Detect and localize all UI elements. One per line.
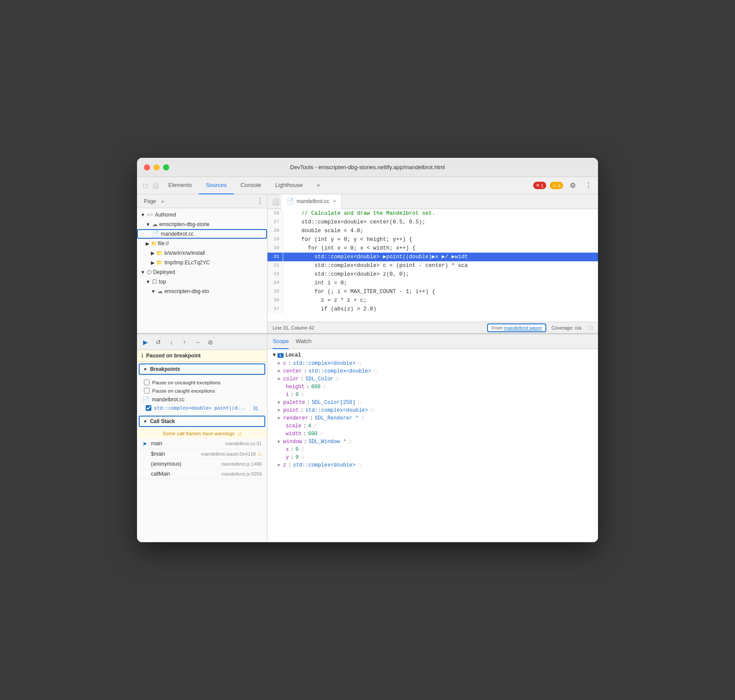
bp-entry-item[interactable]: std::complex<double> point((d... 31 [137, 404, 267, 412]
scope-local-header[interactable]: ▼ L Local [267, 351, 598, 360]
scope-tab-scope[interactable]: Scope [273, 334, 289, 349]
frame-name: main [151, 440, 225, 447]
tree-emscripten[interactable]: ▼ ☁ emscripten-dbg-storie [137, 220, 267, 229]
code-line-31[interactable]: 31 std::complex<double> ▶point((double)▶… [267, 253, 598, 261]
scope-item-palette[interactable]: ▶palette: SDL_Color[256]⬚ [267, 399, 598, 407]
editor-tab-mandelbrot[interactable]: 📄 mandelbrot.cc × [281, 194, 341, 209]
sidebar-toggle-icon[interactable]: ⬜ [269, 196, 281, 208]
breakpoints-section-header[interactable]: ▼ Breakpoints [139, 363, 265, 375]
expand-icon[interactable]: ▶ [278, 368, 281, 373]
breakpoints-list: Pause on uncaught exceptions Pause on ca… [137, 377, 267, 414]
step-over-button[interactable]: ↺ [154, 337, 163, 347]
call-frame-callMain[interactable]: callMainmandelbrot.js:9256 [137, 469, 267, 479]
expand-icon[interactable]: ▶ [278, 407, 281, 413]
code-line-32[interactable]: 32 std::complex<double> c = (point - cen… [267, 261, 598, 270]
tab-more[interactable]: » [310, 177, 327, 194]
code-line-36[interactable]: 36 z = z * z + c; [267, 296, 598, 305]
deployed-label: Deployed [153, 269, 175, 275]
tab-sources[interactable]: Sources [199, 177, 234, 194]
tree-folder2[interactable]: ▶ 📁 tmp/tmp.ELcTq2YC [137, 258, 267, 267]
scope-item-scale[interactable]: scale: 4⬚ [267, 422, 598, 430]
scope-tab-watch[interactable]: Watch [296, 334, 311, 349]
maximize-button[interactable] [163, 164, 169, 170]
tab-close-button[interactable]: × [333, 198, 336, 204]
authored-text: Authored [155, 212, 176, 218]
scope-item-point[interactable]: ▶point: std::complex<double>⬚ [267, 407, 598, 414]
settings-icon[interactable]: ⬚ [588, 325, 593, 330]
tree-file[interactable]: ▶ 📁 file:// [137, 239, 267, 248]
bp-entry-checkbox[interactable] [146, 405, 151, 411]
pause-uncaught-checkbox[interactable] [144, 380, 150, 385]
scope-item-center[interactable]: ▶center: std::complex<double>⬚ [267, 367, 598, 375]
chevron-right-icon: ▶ [146, 241, 149, 247]
page-tab[interactable]: Page [140, 197, 160, 205]
tree-top[interactable]: ▼ ☐ top [137, 277, 267, 287]
panel-dots-btn[interactable]: ⋮ [257, 197, 264, 205]
scope-item-width[interactable]: width: 600⬚ [267, 430, 598, 438]
code-line-26[interactable]: 26 // Calculate and draw the Mandelbrot … [267, 209, 598, 218]
tree-folder1[interactable]: ▶ 📁 b/s/w/ir/x/w/install [137, 248, 267, 258]
tree-mandelbrot-file[interactable]: 📄 mandelbrot.cc [137, 229, 267, 239]
step-out-button[interactable]: ↑ [180, 337, 189, 347]
scope-item-z[interactable]: ▶z: std::complex<double>⬚ [267, 461, 598, 469]
scope-item-i[interactable]: i: 0⬚ [267, 391, 598, 399]
scope-item-window[interactable]: ▶window: SDL_Window *⬚ [267, 438, 598, 446]
settings-button[interactable]: ⚙ [567, 180, 579, 192]
wasm-file-link[interactable]: mandelbrot.wasm [504, 325, 542, 330]
call-frame-(anonymous)[interactable]: (anonymous)mandelbrot.js:1488 [137, 459, 267, 469]
scope-item-y[interactable]: y: 0⬚ [267, 453, 598, 461]
tab-filename: mandelbrot.cc [297, 198, 329, 204]
minimize-button[interactable] [154, 164, 160, 170]
expand-icon[interactable]: ▶ [278, 415, 281, 420]
call-frame-$main[interactable]: $mainmandelbrot.wasm:0x4118⚠ [137, 449, 267, 459]
pause-caught-checkbox[interactable] [144, 388, 150, 393]
expand-icon[interactable]: ▶ [278, 400, 281, 405]
code-line-33[interactable]: 33 std::complex<double> z(0, 0); [267, 270, 598, 279]
resume-button[interactable]: ▶ [140, 337, 150, 347]
debugger-panel: ▶ ↺ ↓ ↑ → ⊘ ℹ Paused on breakpoint ▼ Bre… [137, 334, 267, 542]
pointer-icon[interactable]: ⬚ [140, 181, 149, 190]
bp-file-item[interactable]: 📄 mandelbrot.cc [137, 395, 267, 404]
code-line-27[interactable]: 27 std::complex<double> center(0.5, 0.5)… [267, 218, 598, 227]
scope-item-renderer[interactable]: ▶renderer: SDL_Renderer *⬚ [267, 414, 598, 422]
coverage-label: Coverage: n/a [551, 325, 581, 330]
tree-authored[interactable]: ▼ <> Authored [137, 210, 267, 220]
expand-icon[interactable]: ▶ [278, 462, 281, 467]
tab-lighthouse[interactable]: Lighthouse [268, 177, 310, 194]
scope-value: std::complex<double> [308, 368, 371, 374]
scope-item-height[interactable]: height: 600⬚ [267, 383, 598, 391]
scope-colon: : [306, 384, 309, 390]
scope-colon: : [291, 447, 294, 453]
pause-caught-item[interactable]: Pause on caught exceptions [137, 387, 267, 395]
close-button[interactable] [144, 164, 150, 170]
step-into-button[interactable]: ↓ [167, 337, 176, 347]
tree-deployed[interactable]: ▼ ⬡ Deployed [137, 267, 267, 277]
code-line-34[interactable]: 34 int i = 0; [267, 279, 598, 287]
step-button[interactable]: → [193, 337, 202, 347]
code-line-30[interactable]: 30 for (int x = 0; x < width; x++) { [267, 244, 598, 253]
call-stack-section-header[interactable]: ▼ Call Stack [139, 416, 265, 427]
more-menu-button[interactable]: ⋮ [582, 180, 595, 192]
code-editor[interactable]: 26 // Calculate and draw the Mandelbrot … [267, 209, 598, 322]
wasm-indicator: ⬚ [323, 384, 326, 389]
code-line-37[interactable]: 37 if (abs(z) > 2.0) [267, 305, 598, 313]
code-line-35[interactable]: 35 for (; i < MAX_ITER_COUNT - 1; i++) { [267, 287, 598, 296]
authored-label: <> [147, 212, 153, 218]
expand-icon[interactable]: ▶ [278, 439, 281, 444]
tab-console[interactable]: Console [234, 177, 268, 194]
scope-item-color[interactable]: ▶color: SDL_Color⬚ [267, 375, 598, 383]
panel-more-btn[interactable]: » [161, 199, 164, 204]
tree-emscripten2[interactable]: ▼ ☁ emscripten-dbg-sto [137, 287, 267, 296]
pause-uncaught-item[interactable]: Pause on uncaught exceptions [137, 378, 267, 387]
mobile-icon[interactable]: ⬜ [151, 181, 160, 190]
deactivate-breakpoints-button[interactable]: ⊘ [206, 337, 215, 347]
tab-elements[interactable]: Elements [161, 177, 199, 194]
scope-item-x[interactable]: x: 0⬚ [267, 446, 598, 453]
code-line-29[interactable]: 29 for (int y = 0; y < height; y++) { [267, 235, 598, 244]
scope-item-c[interactable]: ▶c: std::complex<double>⬚ [267, 360, 598, 367]
scope-colon: : [304, 439, 307, 445]
expand-icon[interactable]: ▶ [278, 360, 281, 366]
call-frame-main[interactable]: ➤mainmandelbrot.cc:31 [137, 438, 267, 449]
expand-icon[interactable]: ▶ [278, 376, 281, 381]
code-line-28[interactable]: 28 double scale = 4.0; [267, 227, 598, 235]
